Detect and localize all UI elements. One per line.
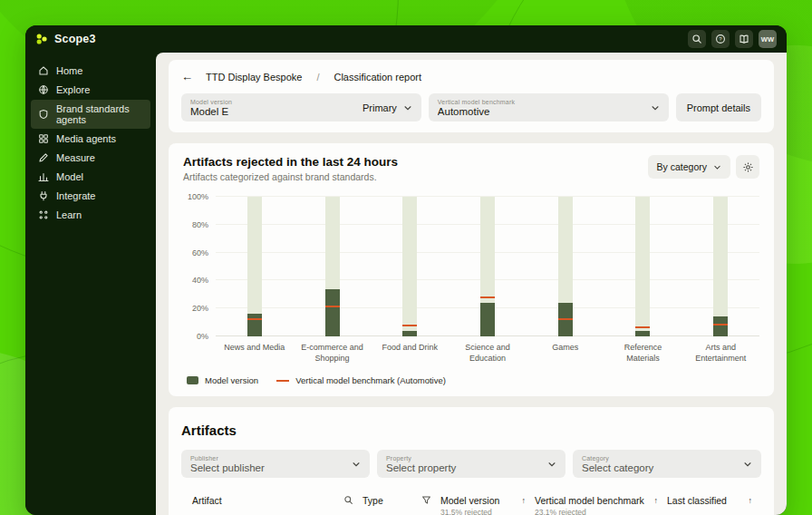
help-icon[interactable]: ? bbox=[711, 30, 730, 48]
benchmark-marker bbox=[558, 318, 573, 320]
sort-asc-icon[interactable]: ↑ bbox=[749, 496, 753, 505]
benchmark-marker bbox=[247, 318, 262, 320]
select-value: Automotive bbox=[438, 106, 651, 117]
select-placeholder: Select publisher bbox=[190, 462, 352, 473]
sidebar-nav: HomeExploreBrand standards agentsMedia a… bbox=[25, 53, 156, 515]
table-header: ArtifactTypeModel version31.5% rejected↑… bbox=[181, 488, 761, 515]
select-value: Model E bbox=[190, 106, 362, 117]
dots-icon bbox=[38, 209, 49, 220]
bar-news-and-media[interactable] bbox=[247, 197, 262, 336]
search-icon[interactable] bbox=[688, 30, 706, 48]
bar-arts-and-entertainment[interactable] bbox=[713, 197, 728, 336]
prompt-details-button[interactable]: Prompt details bbox=[676, 93, 761, 121]
home-icon bbox=[38, 65, 49, 76]
avatar[interactable]: WW bbox=[759, 30, 777, 48]
property-select[interactable]: PropertySelect property bbox=[377, 450, 566, 478]
benchmark-marker bbox=[325, 306, 340, 307]
column-header-vertical-model-benchmark[interactable]: Vertical model benchmark23.1% rejected↑ bbox=[535, 488, 667, 515]
grid-icon bbox=[38, 133, 49, 144]
select-label: Model version bbox=[190, 99, 362, 105]
column-header-type[interactable]: Type bbox=[362, 488, 440, 514]
x-axis-labels: News and MediaE-commerce and ShoppingFoo… bbox=[216, 343, 759, 364]
column-sub-label: 23.1% rejected bbox=[535, 508, 644, 515]
chevron-down-icon bbox=[651, 103, 660, 112]
y-tick: 60% bbox=[192, 248, 208, 258]
bar-games[interactable] bbox=[558, 197, 573, 336]
y-tick: 80% bbox=[192, 220, 208, 229]
chart-title: Artifacts rejected in the last 24 hours bbox=[183, 155, 398, 169]
chevron-down-icon bbox=[352, 460, 361, 469]
bar-food-and-drink[interactable] bbox=[402, 197, 417, 336]
bar-fill bbox=[713, 316, 728, 336]
column-header-last-classified[interactable]: Last classified↑ bbox=[667, 488, 761, 513]
scope3-logo-icon bbox=[35, 33, 48, 45]
sidebar-item-explore[interactable]: Explore bbox=[31, 81, 150, 99]
sidebar-item-media-agents[interactable]: Media agents bbox=[31, 130, 150, 148]
vertical-benchmark-select[interactable]: Vertical model benchmark Automotive bbox=[429, 93, 669, 121]
report-header-card: ← TTD Display Bespoke / Classification r… bbox=[169, 60, 774, 132]
search-icon[interactable] bbox=[343, 495, 353, 507]
column-header-model-version[interactable]: Model version31.5% rejected↑ bbox=[440, 488, 535, 515]
bar-science-and-education[interactable] bbox=[480, 197, 495, 336]
chevron-down-icon bbox=[743, 460, 752, 469]
select-label: Property bbox=[386, 455, 547, 462]
sidebar-item-model[interactable]: Model bbox=[31, 168, 150, 186]
sidebar-item-learn[interactable]: Learn bbox=[31, 206, 150, 224]
bar-e-commerce-and-shopping[interactable] bbox=[325, 197, 340, 336]
sidebar-item-integrate[interactable]: Integrate bbox=[31, 187, 150, 205]
benchmark-marker bbox=[635, 326, 650, 328]
back-arrow-icon[interactable]: ← bbox=[181, 70, 193, 83]
gear-icon[interactable] bbox=[736, 155, 759, 179]
select-label: Vertical model benchmark bbox=[438, 99, 651, 105]
column-sub-label: 31.5% rejected bbox=[440, 508, 499, 515]
publisher-select[interactable]: PublisherSelect publisher bbox=[181, 450, 370, 478]
globe-icon bbox=[38, 84, 49, 95]
app-title: Scope3 bbox=[54, 33, 96, 45]
legend-swatch bbox=[187, 376, 198, 384]
y-tick: 100% bbox=[188, 192, 208, 201]
sidebar-item-label: Model bbox=[56, 171, 83, 182]
group-by-select[interactable]: By category bbox=[648, 155, 730, 179]
bar-chart: 0%20%40%60%80%100% News and MediaE-comme… bbox=[183, 197, 759, 385]
x-axis-label: Food and Drink bbox=[371, 343, 449, 364]
x-axis-label: Science and Education bbox=[449, 343, 527, 364]
chart-card: Artifacts rejected in the last 24 hours … bbox=[169, 143, 774, 396]
docs-icon[interactable] bbox=[735, 30, 753, 48]
plot-area bbox=[216, 197, 759, 336]
artifacts-card: Artifacts PublisherSelect publisherPrope… bbox=[169, 407, 774, 515]
select-placeholder: Select property bbox=[386, 462, 547, 473]
bar-track bbox=[713, 197, 728, 336]
sidebar-item-label: Home bbox=[56, 65, 82, 76]
select-label: Publisher bbox=[190, 455, 352, 462]
sidebar-item-measure[interactable]: Measure bbox=[31, 149, 150, 167]
category-select[interactable]: CategorySelect category bbox=[573, 450, 761, 478]
plug-icon bbox=[38, 190, 49, 201]
legend-model-version: Model version bbox=[187, 375, 258, 385]
select-placeholder: Select category bbox=[582, 462, 743, 473]
sort-asc-icon[interactable]: ↑ bbox=[654, 496, 659, 505]
sidebar-item-home[interactable]: Home bbox=[31, 62, 150, 80]
column-label: Last classified bbox=[667, 495, 727, 506]
shield-icon bbox=[38, 109, 49, 120]
topbar-actions: ? WW bbox=[688, 30, 777, 48]
bar-fill bbox=[325, 289, 340, 336]
breadcrumb-separator: / bbox=[316, 72, 319, 83]
column-header-artifact[interactable]: Artifact bbox=[181, 488, 362, 514]
filter-icon[interactable] bbox=[421, 495, 431, 507]
benchmark-marker bbox=[480, 296, 495, 298]
sidebar-item-brand-standards-agents[interactable]: Brand standards agents bbox=[31, 100, 150, 129]
chevron-down-icon bbox=[547, 460, 556, 469]
sidebar-item-label: Brand standards agents bbox=[56, 103, 143, 125]
column-label: Type bbox=[362, 495, 383, 506]
bar-reference-materials[interactable] bbox=[635, 197, 650, 336]
model-version-select[interactable]: Model version Model E Primary bbox=[181, 93, 421, 121]
bar-fill bbox=[402, 331, 417, 336]
sort-asc-icon[interactable]: ↑ bbox=[522, 496, 527, 505]
breadcrumb: ← TTD Display Bespoke / Classification r… bbox=[181, 70, 761, 83]
breadcrumb-campaign[interactable]: TTD Display Bespoke bbox=[206, 72, 302, 83]
x-axis-label: News and Media bbox=[216, 343, 294, 364]
column-label: Artifact bbox=[192, 495, 222, 506]
benchmark-marker bbox=[713, 324, 728, 326]
legend-label: Vertical model benchmark (Automotive) bbox=[295, 375, 446, 385]
x-axis-label: E-commerce and Shopping bbox=[294, 343, 372, 364]
